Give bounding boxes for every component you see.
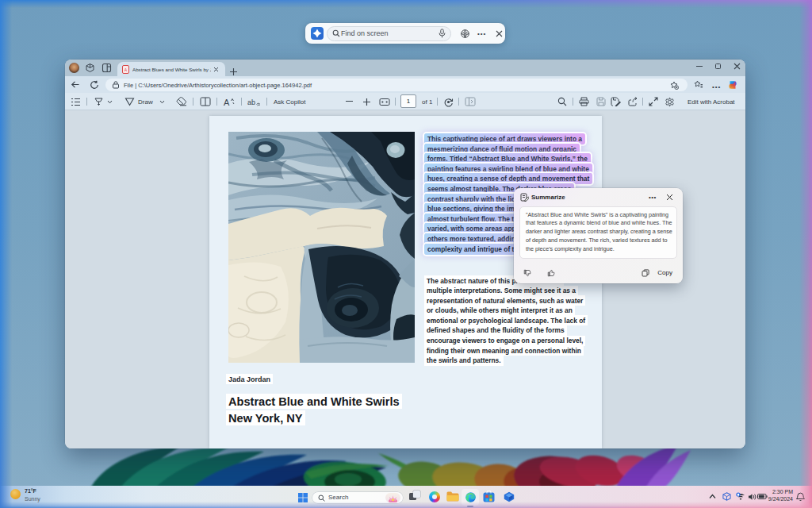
svg-text:A: A	[224, 98, 230, 107]
svg-text:ab: ab	[247, 98, 255, 106]
